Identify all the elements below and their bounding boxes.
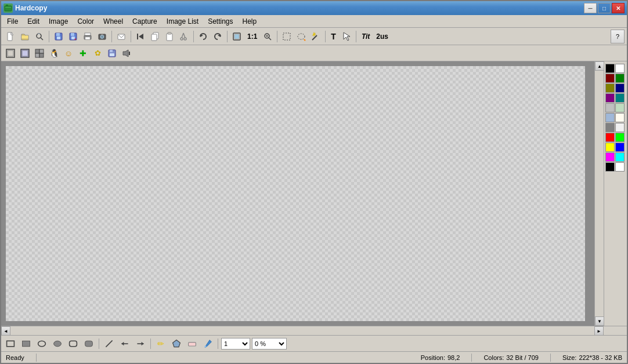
save-small-button[interactable] [105, 46, 119, 60]
arrow-right-button[interactable] [133, 337, 147, 350]
close-button[interactable]: ✕ [612, 3, 625, 13]
select-rect-button[interactable] [280, 30, 294, 43]
rect-outline-button[interactable] [3, 337, 17, 350]
menu-edit[interactable]: Edit [23, 16, 44, 27]
eraser-button[interactable] [185, 337, 199, 350]
help-button[interactable]: ? [611, 30, 625, 43]
color-dark-green[interactable] [615, 74, 625, 83]
undo-button[interactable] [196, 30, 210, 43]
menu-wheel[interactable]: Wheel [99, 16, 128, 27]
flower-button[interactable]: ✿ [91, 46, 104, 60]
menu-capture[interactable]: Capture [128, 16, 162, 27]
line-button[interactable] [102, 337, 116, 350]
copy-button[interactable] [148, 30, 162, 43]
scroll-down-button[interactable]: ▼ [595, 316, 604, 326]
save-button[interactable] [52, 30, 66, 43]
menu-color[interactable]: Color [73, 16, 99, 27]
select-ellipse-button[interactable] [294, 30, 308, 43]
img-tool-1[interactable] [3, 46, 17, 60]
scan-button[interactable] [95, 30, 109, 43]
color-olive[interactable] [605, 83, 615, 93]
svg-line-31 [182, 33, 183, 38]
polygon-button[interactable] [169, 337, 183, 350]
maximize-button[interactable]: □ [598, 3, 611, 13]
ellipse-outline-button[interactable] [35, 337, 49, 350]
color-cream[interactable] [615, 113, 625, 122]
print-button[interactable] [81, 30, 95, 43]
color-white[interactable] [615, 64, 625, 73]
ellipse-filled-button[interactable] [50, 337, 64, 350]
scroll-up-button[interactable]: ▲ [595, 61, 604, 71]
nav-start-button[interactable] [133, 30, 147, 43]
color-red[interactable] [605, 133, 615, 142]
color-money-green[interactable] [615, 103, 625, 112]
menu-help[interactable]: Help [238, 16, 262, 27]
audio-button[interactable] [120, 46, 133, 60]
save-small-icon [107, 49, 117, 58]
menu-image-list[interactable]: Image List [162, 16, 203, 27]
arrow-left-button[interactable] [118, 337, 132, 350]
color-black[interactable] [605, 64, 615, 73]
color-gray[interactable] [605, 123, 615, 132]
color-black-2[interactable] [605, 162, 615, 172]
svg-marker-34 [218, 34, 221, 37]
email-button[interactable] [114, 30, 128, 43]
scrollbar-vertical[interactable]: ▲ ▼ [594, 61, 604, 326]
scroll-left-button[interactable]: ◄ [1, 326, 10, 336]
color-white-2[interactable] [615, 123, 625, 132]
scroll-track-h[interactable] [10, 326, 594, 335]
zoom-fit-button[interactable] [230, 30, 244, 43]
color-white-3[interactable] [615, 162, 625, 172]
statusbar: Ready Position: 98,2 Colors: 32 Bit / 70… [1, 351, 627, 363]
new-button[interactable] [3, 30, 17, 43]
cursor-tool-button[interactable] [340, 30, 353, 43]
add-button[interactable]: ✚ [76, 46, 90, 60]
pencil-button[interactable]: ✏ [154, 337, 168, 350]
redo-button[interactable] [211, 30, 225, 43]
color-silver[interactable] [605, 103, 615, 112]
color-cyan[interactable] [615, 152, 625, 162]
smiley-button[interactable]: ☺ [62, 46, 75, 60]
color-blue[interactable] [615, 143, 625, 152]
cut-button[interactable] [177, 30, 191, 43]
sep4 [193, 31, 194, 42]
color-purple[interactable] [605, 93, 615, 103]
tit-button[interactable]: Tit [359, 30, 373, 43]
img-tool-2[interactable] [18, 46, 32, 60]
menu-image[interactable]: Image [44, 16, 73, 27]
color-row-6 [605, 123, 626, 132]
color-sky-blue[interactable] [605, 113, 615, 122]
magic-wand-button[interactable] [309, 30, 323, 43]
rounded-rect-filled-button[interactable] [82, 337, 96, 350]
color-navy[interactable] [615, 83, 625, 93]
print-icon [83, 32, 92, 41]
line-width-select[interactable]: 1 2 3 4 5 [221, 338, 250, 350]
penguin-button[interactable]: 🐧 [47, 46, 61, 60]
img-tool-3[interactable] [33, 46, 46, 60]
rounded-rect-outline-button[interactable] [66, 337, 80, 350]
zoom-glass-button[interactable] [261, 30, 275, 43]
canvas-container[interactable] [1, 61, 594, 326]
eyedropper-button[interactable] [201, 337, 215, 350]
text-tool-button[interactable]: T [328, 30, 339, 43]
color-dark-red[interactable] [605, 74, 615, 83]
minimize-button[interactable]: ─ [584, 3, 597, 13]
preview-button[interactable] [33, 30, 46, 43]
svg-rect-9 [56, 33, 60, 36]
opacity-select[interactable]: 0 % 25 % 50 % 75 % 100 % [252, 338, 287, 350]
scroll-right-button[interactable]: ► [594, 326, 604, 336]
2us-button[interactable]: 2us [373, 30, 391, 43]
color-yellow[interactable] [605, 143, 615, 152]
save-as-button[interactable]: + [66, 30, 80, 43]
zoom-1-1-button[interactable]: 1:1 [244, 30, 260, 43]
rect-filled-button[interactable] [19, 337, 33, 350]
color-teal[interactable] [615, 93, 625, 103]
menu-file[interactable]: File [2, 16, 23, 27]
open-button[interactable] [18, 30, 32, 43]
color-lime[interactable] [615, 133, 625, 142]
undo-icon [198, 32, 208, 41]
menu-settings[interactable]: Settings [203, 16, 237, 27]
color-magenta[interactable] [605, 152, 615, 162]
paste-button[interactable] [163, 30, 176, 43]
scroll-track-v[interactable] [595, 71, 604, 316]
